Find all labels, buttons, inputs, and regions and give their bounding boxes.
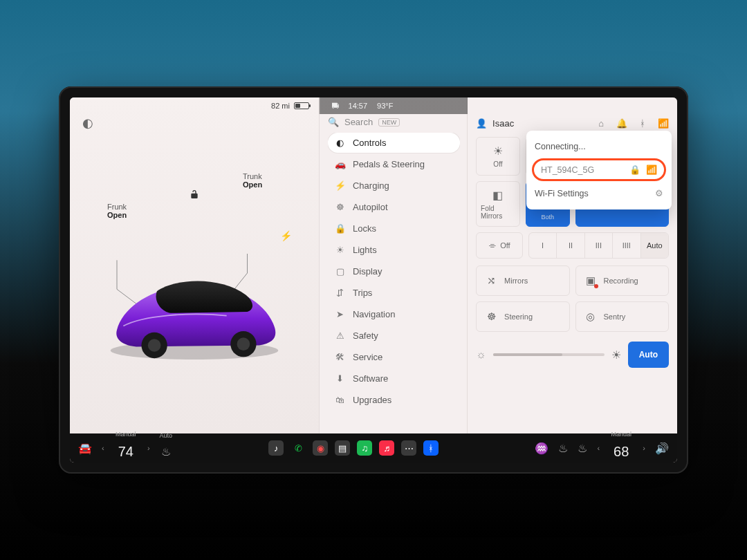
defrost-rear-icon[interactable]: ♨: [558, 442, 568, 455]
lock-icon: 🔒: [629, 165, 640, 175]
brightness-slider[interactable]: [493, 353, 605, 356]
notifications-icon[interactable]: 🔔: [616, 118, 627, 129]
menu-item-service[interactable]: 🛠Service: [328, 347, 460, 367]
lights-tile[interactable]: ☀ Off: [476, 137, 520, 176]
bag-icon: 🛍: [335, 395, 346, 405]
adjust-mirrors-icon: ⤭: [485, 274, 497, 287]
wiper-level-III[interactable]: III: [584, 233, 612, 258]
steering-adjust-tile[interactable]: ☸ Steering: [476, 301, 569, 332]
defrost-front-icon[interactable]: ♒: [535, 442, 548, 455]
temp-right-up[interactable]: ›: [643, 444, 645, 452]
menu-item-display[interactable]: ▢Display: [328, 261, 460, 281]
right-temp[interactable]: 68: [609, 444, 633, 460]
menu-item-upgrades[interactable]: 🛍Upgrades: [328, 390, 460, 410]
wiper-speed-segment: IIIIIIIIIIAuto: [528, 232, 669, 259]
car-render: [70, 184, 319, 433]
battery-icon: [294, 102, 309, 109]
apple-music-app-icon[interactable]: ♬: [379, 440, 394, 456]
menu-item-locks[interactable]: 🔒Locks: [328, 218, 460, 239]
menu-item-software[interactable]: ⬇Software: [328, 368, 460, 389]
brightness-icon: ☀: [493, 144, 503, 158]
fold-mirrors-tile[interactable]: ◧ Fold Mirrors: [476, 181, 520, 227]
car-icon: 🚗: [335, 159, 346, 169]
menu-item-lights[interactable]: ☀Lights: [328, 240, 460, 260]
screen: ⛟ 14:57 93°F 👤 Isaac 82 mi ◐ ⚡: [70, 97, 677, 463]
brightness-high-icon: ☀: [611, 348, 621, 362]
dashcam-tile[interactable]: ▣ Recording: [575, 265, 669, 296]
menu-item-autopilot[interactable]: ☸Autopilot: [328, 197, 460, 217]
outside-temp: 93°F: [377, 102, 393, 110]
settings-menu-pane: 🔍 Search NEW ◐Controls🚗Pedals & Steering…: [319, 97, 468, 433]
nav-icon: ➤: [335, 309, 346, 319]
range-miles: 82 mi: [271, 102, 290, 110]
sentry-icon: ◎: [584, 310, 597, 323]
wifi-settings-row[interactable]: Wi-Fi Settings ⚙: [526, 183, 672, 204]
toggle-icon: ◐: [335, 138, 346, 148]
controls-pane: 👤 Isaac ⌂ 🔔 ᚼ 📶 ☀ Off: [468, 97, 677, 433]
headlight-icon[interactable]: ◐: [82, 115, 93, 131]
wifi-status: Connecting...: [526, 136, 672, 157]
car-app-icon[interactable]: 🚘: [78, 442, 92, 455]
trips-icon: ⇵: [335, 288, 346, 298]
safety-icon: ⚠: [335, 330, 346, 341]
signal-icon[interactable]: 📶: [658, 118, 669, 129]
settings-menu: ◐Controls🚗Pedals & Steering⚡Charging☸Aut…: [328, 133, 460, 410]
menu-item-trips[interactable]: ⇵Trips: [328, 283, 460, 303]
seat-heater-right-icon[interactable]: ♨: [578, 442, 587, 455]
volume-icon[interactable]: 🔊: [655, 442, 669, 455]
bottom-dock: 🚘 ‹ Manual 74 › Auto ♨ ♪ ✆ ◉ ▤ ♫ ♬ ⋯ ᚼ ♒: [70, 433, 677, 463]
vehicle-visualization-pane: 82 mi ◐ ⚡ Frunk Open Trunk Open: [70, 97, 319, 433]
temp-left-up[interactable]: ›: [147, 444, 150, 452]
clock: 14:57: [349, 102, 368, 110]
sentry-tile[interactable]: ◎ Sentry: [575, 301, 669, 332]
driver-name[interactable]: Isaac: [492, 118, 514, 129]
app-tray: ♪ ✆ ◉ ▤ ♫ ♬ ⋯ ᚼ: [268, 440, 439, 456]
wiper-level-IIII[interactable]: IIII: [612, 233, 640, 258]
calendar-app-icon[interactable]: ▤: [335, 440, 350, 456]
menu-item-charging[interactable]: ⚡Charging: [328, 176, 460, 196]
bluetooth-icon[interactable]: ᚼ: [640, 118, 645, 129]
wifi-ssid: HT_594C_5G: [541, 165, 594, 175]
steer-icon: ☸: [335, 202, 346, 212]
svg-point-8: [237, 337, 250, 351]
wiper-off-tile[interactable]: ⌯ Off: [476, 232, 523, 259]
vehicle-touchscreen: ⛟ 14:57 93°F 👤 Isaac 82 mi ◐ ⚡: [59, 86, 688, 474]
camera-app-icon[interactable]: ◉: [313, 440, 328, 456]
bluetooth-app-icon[interactable]: ᚼ: [423, 440, 439, 456]
wiper-level-II[interactable]: II: [556, 233, 584, 258]
mirrors-adjust-tile[interactable]: ⤭ Mirrors: [476, 265, 569, 296]
gps-icon: ⛟: [331, 102, 339, 110]
temp-left-down[interactable]: ‹: [102, 444, 104, 452]
all-apps-icon[interactable]: ⋯: [401, 440, 416, 456]
dashcam-icon: ▣: [584, 274, 597, 287]
gear-icon: ⚙: [655, 188, 663, 198]
new-badge: NEW: [378, 118, 400, 127]
menu-item-pedals-steering[interactable]: 🚗Pedals & Steering: [328, 154, 460, 174]
menu-item-navigation[interactable]: ➤Navigation: [328, 304, 460, 324]
steering-wheel-icon: ☸: [485, 310, 497, 323]
wifi-network-row[interactable]: HT_594C_5G 🔒 📶: [532, 158, 666, 181]
phone-app-icon[interactable]: ✆: [290, 440, 306, 456]
wiper-level-I[interactable]: I: [529, 233, 556, 258]
brightness-low-icon: ☼: [476, 348, 486, 361]
left-temp[interactable]: 74: [114, 444, 138, 460]
menu-item-safety[interactable]: ⚠Safety: [328, 326, 460, 346]
menu-item-controls[interactable]: ◐Controls: [328, 133, 460, 153]
search-row[interactable]: 🔍 Search NEW: [328, 117, 460, 127]
temp-right-down[interactable]: ‹: [597, 444, 600, 452]
display-icon: ▢: [335, 266, 346, 277]
download-icon: ⬇: [335, 373, 346, 384]
left-seat-mode: Auto: [160, 432, 173, 439]
right-climate-mode: Manual: [609, 431, 633, 438]
person-icon: 👤: [476, 118, 487, 129]
spotify-app-icon[interactable]: ♫: [357, 440, 372, 456]
search-placeholder: Search: [344, 117, 373, 127]
brightness-auto-button[interactable]: Auto: [628, 342, 669, 368]
homelink-icon[interactable]: ⌂: [598, 118, 604, 129]
lock-icon: 🔒: [335, 223, 346, 234]
wifi-popover: Connecting... HT_594C_5G 🔒 📶 Wi-Fi Setti…: [526, 131, 672, 209]
seat-heater-left-icon[interactable]: ♨: [161, 446, 171, 458]
media-app-icon[interactable]: ♪: [268, 440, 284, 456]
wiper-auto[interactable]: Auto: [640, 233, 668, 258]
light-icon: ☀: [335, 245, 346, 255]
